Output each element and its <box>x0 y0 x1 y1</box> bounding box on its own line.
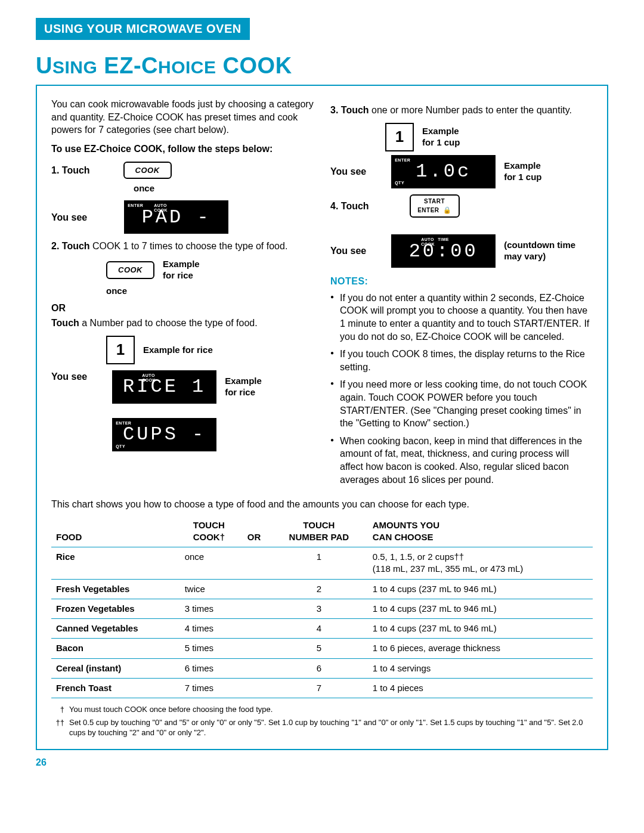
cell-num: 4 <box>270 619 368 639</box>
cell-cook: once <box>180 547 238 580</box>
cell-blank <box>238 678 270 698</box>
table-row: Fresh Vegetablestwice21 to 4 cups (237 m… <box>51 579 593 599</box>
cell-amount: 1 to 4 servings <box>368 658 593 678</box>
table-row: Bacon5 times51 to 6 pieces, average thic… <box>51 639 593 658</box>
intro-text: You can cook microwavable foods just by … <box>51 98 314 137</box>
lock-icon: 🔒 <box>443 206 452 215</box>
once-label: once <box>134 182 314 194</box>
cell-num: 6 <box>270 658 368 678</box>
col-or: OR <box>238 516 270 547</box>
col-food: FOOD <box>51 516 180 547</box>
you-see-label: You see <box>51 211 87 224</box>
countdown-note: (countdown timemay vary) <box>504 240 575 262</box>
page-number: 26 <box>36 756 608 769</box>
cell-amount: 1 to 4 cups (237 mL to 946 mL) <box>368 619 593 639</box>
cell-blank <box>238 547 270 580</box>
display-rice: AUTO COOK RICE 1 <box>112 370 216 404</box>
notes-heading: NOTES: <box>330 275 593 288</box>
footnote-1: You must touch COOK once before choosing… <box>69 704 273 715</box>
steps-heading: To use EZ-Choice COOK, follow the steps … <box>51 143 314 156</box>
note-item: If you need more or less cooking time, d… <box>330 378 593 429</box>
example-1cup-label: Examplefor 1 cup <box>504 160 541 183</box>
display-countdown: AUTO COOK TIME 20:00 <box>391 234 496 268</box>
cell-food: French Toast <box>51 678 180 698</box>
step-2: 2. Touch COOK 1 to 7 times to choose the… <box>51 240 314 451</box>
cell-blank <box>238 658 270 678</box>
cell-amount: 1 to 4 cups (237 mL to 946 mL) <box>368 579 593 599</box>
table-row: Frozen Vegetables3 times31 to 4 cups (23… <box>51 599 593 618</box>
or-label: OR <box>51 302 314 315</box>
cell-food: Bacon <box>51 639 180 658</box>
right-column: 3. Touch one or more Number pads to ente… <box>330 98 593 491</box>
cell-blank <box>238 579 270 599</box>
start-enter-button-icon: START ENTER🔒 <box>410 194 460 218</box>
cell-cook: 6 times <box>180 658 238 678</box>
cell-amount: 1 to 4 cups (237 mL to 946 mL) <box>368 599 593 618</box>
note-item: If you do not enter a quantity within 2 … <box>330 292 593 343</box>
table-row: Cereal (instant)6 times61 to 4 servings <box>51 658 593 678</box>
footnotes: †You must touch COOK once before choosin… <box>51 704 593 738</box>
cell-food: Canned Vegetables <box>51 619 180 639</box>
food-chart-table: FOOD TOUCHCOOK† OR TOUCHNUMBER PAD AMOUN… <box>51 516 593 699</box>
note-item: When cooking bacon, keep in mind that di… <box>330 435 593 486</box>
display-cups: ENTER QTY CUPS - <box>112 418 216 451</box>
table-row: French Toast7 times71 to 4 pieces <box>51 678 593 698</box>
cell-num: 1 <box>270 547 368 580</box>
number-1-button-icon: 1 <box>106 336 135 364</box>
cell-cook: 4 times <box>180 619 238 639</box>
cell-cook: twice <box>180 579 238 599</box>
you-see-label: You see <box>330 165 366 178</box>
notes-list: If you do not enter a quantity within 2 … <box>330 292 593 486</box>
display-pad: ENTER AUTO COOK PAD - <box>124 200 228 234</box>
col-amounts: AMOUNTS YOUCAN CHOOSE <box>368 516 593 547</box>
page-title: USING EZ-CHOICE COOK <box>36 51 608 81</box>
table-header-row: FOOD TOUCHCOOK† OR TOUCHNUMBER PAD AMOUN… <box>51 516 593 547</box>
content-box: You can cook microwavable foods just by … <box>36 85 608 750</box>
you-see-label: You see <box>51 370 87 383</box>
cell-cook: 7 times <box>180 678 238 698</box>
cell-amount: 1 to 6 pieces, average thickness <box>368 639 593 658</box>
you-see-label: You see <box>330 244 366 258</box>
once-label: once <box>106 285 314 297</box>
cell-blank <box>238 639 270 658</box>
cell-food: Frozen Vegetables <box>51 599 180 618</box>
cell-blank <box>238 599 270 618</box>
number-1-button-icon: 1 <box>385 123 414 151</box>
cell-num: 7 <box>270 678 368 698</box>
cook-button-icon: COOK <box>123 162 172 179</box>
table-row: Riceonce10.5, 1, 1.5, or 2 cups††(118 mL… <box>51 547 593 580</box>
step-4: 4. Touch START ENTER🔒 You see AUTO COOK … <box>330 194 593 268</box>
cell-num: 3 <box>270 599 368 618</box>
cell-amount: 1 to 4 pieces <box>368 678 593 698</box>
step-1: 1. Touch COOK once You see ENTER AUTO CO… <box>51 162 314 234</box>
cell-food: Fresh Vegetables <box>51 579 180 599</box>
cook-button-icon: COOK <box>106 261 154 279</box>
footnote-2: Set 0.5 cup by touching "0" and "5" or o… <box>69 717 593 738</box>
cell-amount: 0.5, 1, 1.5, or 2 cups††(118 mL, 237 mL,… <box>368 547 593 580</box>
left-column: You can cook microwavable foods just by … <box>51 98 314 491</box>
example-rice-label: Examplefor rice <box>225 376 262 398</box>
example-1cup-label: Examplefor 1 cup <box>422 126 460 148</box>
note-item: If you touch COOK 8 times, the display r… <box>330 348 593 373</box>
cell-num: 5 <box>270 639 368 658</box>
col-touch-num: TOUCHNUMBER PAD <box>270 516 368 547</box>
table-row: Canned Vegetables4 times41 to 4 cups (23… <box>51 619 593 639</box>
section-header: USING YOUR MICROWAVE OVEN <box>36 18 250 40</box>
cell-num: 2 <box>270 579 368 599</box>
cell-food: Cereal (instant) <box>51 658 180 678</box>
cell-cook: 5 times <box>180 639 238 658</box>
cell-food: Rice <box>51 547 180 580</box>
col-touch-cook: TOUCHCOOK† <box>180 516 238 547</box>
cell-blank <box>238 619 270 639</box>
example-rice-label: Example for rice <box>143 345 213 356</box>
example-rice-label: Examplefor rice <box>163 259 200 281</box>
cell-cook: 3 times <box>180 599 238 618</box>
chart-intro: This chart shows you how to choose a typ… <box>51 498 593 511</box>
step-3: 3. Touch one or more Number pads to ente… <box>330 104 593 188</box>
display-10c: ENTER QTY 1.0c <box>391 155 496 188</box>
